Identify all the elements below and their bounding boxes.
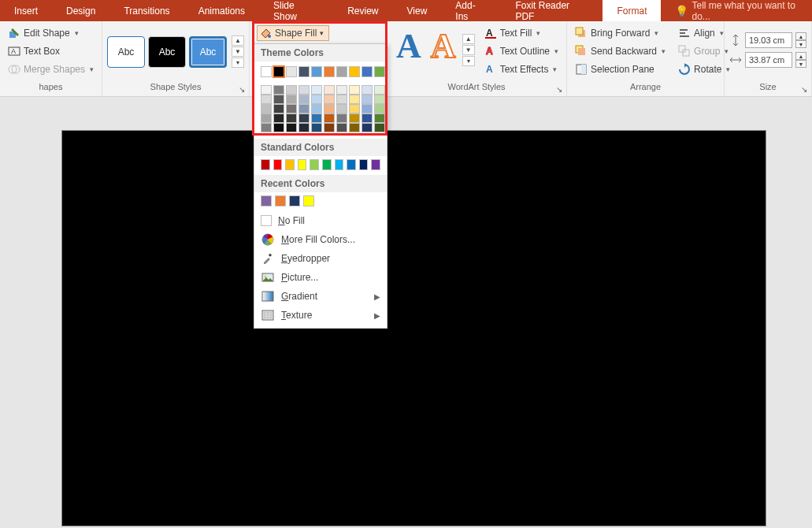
tab-review[interactable]: Review <box>333 0 392 21</box>
color-swatch[interactable] <box>362 113 373 123</box>
tab-foxit[interactable]: Foxit Reader PDF <box>501 0 603 21</box>
color-swatch[interactable] <box>374 66 385 77</box>
color-swatch[interactable] <box>273 95 284 104</box>
color-swatch[interactable] <box>273 85 284 95</box>
color-swatch[interactable] <box>374 123 385 132</box>
color-swatch[interactable] <box>347 159 356 170</box>
color-swatch[interactable] <box>298 123 310 132</box>
eyedropper-item[interactable]: Eyedropper <box>254 249 387 268</box>
color-swatch[interactable] <box>261 123 272 132</box>
bring-forward-button[interactable]: Bring Forward <box>572 24 669 42</box>
no-fill-item[interactable]: No Fill <box>254 211 387 230</box>
color-swatch[interactable] <box>362 104 373 113</box>
color-swatch[interactable] <box>322 159 332 170</box>
color-swatch[interactable] <box>349 104 360 113</box>
color-swatch[interactable] <box>273 113 284 123</box>
text-effects-button[interactable]: A Text Effects <box>481 61 562 78</box>
color-swatch[interactable] <box>261 104 272 113</box>
color-swatch[interactable] <box>336 104 347 113</box>
color-swatch[interactable] <box>362 85 373 95</box>
color-swatch[interactable] <box>261 159 270 170</box>
color-swatch[interactable] <box>324 113 335 123</box>
color-swatch[interactable] <box>311 85 322 95</box>
color-swatch[interactable] <box>286 113 297 123</box>
color-swatch[interactable] <box>273 159 283 170</box>
color-swatch[interactable] <box>362 95 373 104</box>
color-swatch[interactable] <box>286 123 297 132</box>
color-swatch[interactable] <box>286 85 297 95</box>
color-swatch[interactable] <box>324 85 335 95</box>
color-swatch[interactable] <box>310 159 319 170</box>
color-swatch[interactable] <box>311 95 322 104</box>
shape-width-input[interactable]: 33.87 cm <box>745 52 792 68</box>
color-swatch[interactable] <box>298 85 310 95</box>
color-swatch[interactable] <box>359 159 369 170</box>
slide-canvas-shape[interactable] <box>61 130 766 526</box>
color-swatch[interactable] <box>336 113 347 123</box>
color-swatch[interactable] <box>362 123 373 132</box>
tab-insert[interactable]: Insert <box>0 0 52 21</box>
color-swatch[interactable] <box>371 159 380 170</box>
color-swatch[interactable] <box>298 104 310 113</box>
shape-style-gallery-scroll[interactable]: ▲ ▼ ▾ <box>232 35 244 68</box>
text-box-button[interactable]: A Text Box <box>5 43 97 60</box>
color-swatch[interactable] <box>311 123 322 132</box>
color-swatch[interactable] <box>273 66 284 77</box>
wordart-dialog-launcher[interactable]: ↘ <box>554 84 565 95</box>
edit-shape-button[interactable]: Edit Shape <box>5 24 97 42</box>
texture-fill-item[interactable]: Texture ▶ <box>254 306 387 325</box>
color-swatch[interactable] <box>311 104 322 113</box>
color-swatch[interactable] <box>303 195 314 206</box>
tab-animations[interactable]: Animations <box>184 0 259 21</box>
wordart-gallery-scroll[interactable]: ▲ ▼ ▾ <box>462 34 475 66</box>
color-swatch[interactable] <box>349 95 360 104</box>
color-swatch[interactable] <box>261 95 272 104</box>
wordart-style-2[interactable]: A <box>431 24 456 66</box>
color-swatch[interactable] <box>324 123 335 132</box>
color-swatch[interactable] <box>286 66 297 77</box>
color-swatch[interactable] <box>374 85 385 95</box>
color-swatch[interactable] <box>286 95 297 104</box>
color-swatch[interactable] <box>273 123 284 132</box>
color-swatch[interactable] <box>335 159 344 170</box>
style-scroll-down[interactable]: ▼ <box>232 46 244 57</box>
shape-style-2[interactable]: Abc <box>148 36 186 68</box>
color-swatch[interactable] <box>336 85 347 95</box>
color-swatch[interactable] <box>298 95 310 104</box>
style-scroll-up[interactable]: ▲ <box>232 35 244 46</box>
tab-design[interactable]: Design <box>52 0 109 21</box>
color-swatch[interactable] <box>289 195 300 206</box>
tell-me-input[interactable]: 💡 Tell me what you want to do... <box>661 0 812 21</box>
tab-view[interactable]: View <box>393 0 442 21</box>
size-dialog-launcher[interactable]: ↘ <box>799 84 810 95</box>
style-gallery-expand[interactable]: ▾ <box>232 58 244 68</box>
shape-style-1[interactable]: Abc <box>107 36 145 68</box>
color-swatch[interactable] <box>374 113 385 123</box>
color-swatch[interactable] <box>298 159 307 170</box>
color-swatch[interactable] <box>273 104 284 113</box>
tab-add-ins[interactable]: Add-Ins <box>441 0 501 21</box>
shape-fill-button[interactable]: Shape Fill ▾ <box>257 25 329 41</box>
tab-transitions[interactable]: Transitions <box>109 0 184 21</box>
color-swatch[interactable] <box>349 66 360 77</box>
shape-style-3[interactable]: Abc <box>189 36 227 68</box>
shape-height-input[interactable]: 19.03 cm <box>745 32 792 48</box>
color-swatch[interactable] <box>286 104 297 113</box>
color-swatch[interactable] <box>261 85 272 95</box>
color-swatch[interactable] <box>336 66 347 77</box>
color-swatch[interactable] <box>349 113 360 123</box>
color-swatch[interactable] <box>349 123 360 132</box>
tab-format[interactable]: Format <box>603 0 661 21</box>
color-swatch[interactable] <box>374 95 385 104</box>
wordart-style-1[interactable]: A <box>396 24 421 66</box>
color-swatch[interactable] <box>275 195 286 206</box>
color-swatch[interactable] <box>374 104 385 113</box>
text-fill-button[interactable]: A Text Fill <box>481 24 562 42</box>
color-swatch[interactable] <box>349 85 360 95</box>
height-spinner[interactable]: ▲▼ <box>795 32 806 48</box>
text-outline-button[interactable]: A Text Outline <box>481 43 562 60</box>
shape-styles-dialog-launcher[interactable]: ↘ <box>236 84 247 95</box>
color-swatch[interactable] <box>298 113 310 123</box>
color-swatch[interactable] <box>311 66 322 77</box>
color-swatch[interactable] <box>324 104 335 113</box>
